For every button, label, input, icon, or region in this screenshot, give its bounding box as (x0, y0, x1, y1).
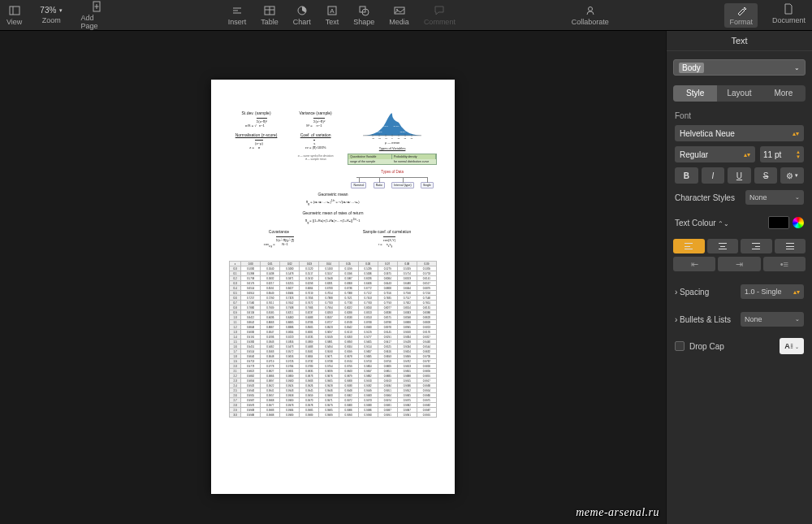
bullets-row[interactable]: › Bullets & Lists None⌄ (667, 312, 812, 327)
underline-button[interactable]: U (728, 167, 751, 184)
char-styles-dropdown[interactable]: None⌄ (745, 190, 804, 205)
dropcap-style-button[interactable]: A≡≡⌄ (780, 338, 804, 354)
toolbar: View 73%▾ Zoom Add Page Insert Table Cha… (0, 0, 812, 31)
svg-text:13.6%: 13.6% (377, 131, 383, 133)
covariance-heading: Covariance (229, 229, 329, 234)
font-family-dropdown[interactable]: Helvetica Neue▴▾ (675, 125, 804, 141)
tab-more[interactable]: More (762, 85, 806, 102)
chevron-down-icon: ⌄ (795, 194, 800, 201)
table-icon (264, 5, 275, 16)
svg-text:13.6%: 13.6% (400, 131, 407, 133)
chevron-down-icon: ⌄ (794, 64, 800, 71)
svg-text:-3σ: -3σ (371, 137, 374, 139)
comment-icon (434, 5, 445, 16)
dropcap-label: Drop Cap (689, 342, 724, 351)
bullets-dropdown[interactable]: None⌄ (741, 312, 804, 327)
zoom-control[interactable]: 73%▾ Zoom (40, 6, 63, 24)
font-weight-dropdown[interactable]: Regular▴▾ (675, 146, 755, 162)
comment-button[interactable]: Comment (424, 5, 456, 26)
font-size-field[interactable]: 11 pt ▲▼ (760, 146, 804, 162)
chart-icon (296, 5, 308, 16)
char-styles-label: Character Styles (675, 193, 735, 202)
chevron-stepper-icon: ▴▾ (744, 151, 750, 158)
brush-icon (736, 5, 747, 16)
text-align-row (673, 239, 806, 253)
watermark: meme-arsenal.ru (576, 506, 659, 519)
spacing-dropdown[interactable]: 1.0 - Single▴▾ (741, 284, 804, 299)
sidebar-icon (9, 5, 20, 16)
geomean-formula: x̄g = (x₁·x₂·…·xₙ)1/n = ⁿ√(x₁·x₂·…·xₙ) (229, 199, 437, 206)
svg-text:2σ: 2σ (404, 137, 406, 139)
types-data-title: Types of Data (348, 170, 437, 174)
align-center-button[interactable] (707, 239, 739, 253)
document-button[interactable]: Document (772, 3, 806, 28)
variance-formula: S² = Σ(xᵢ−x̄)²n−1 (288, 118, 343, 128)
add-page-button[interactable]: Add Page (80, 1, 112, 30)
chart-button[interactable]: Chart (293, 5, 311, 26)
svg-text:1σ: 1σ (397, 137, 400, 139)
color-wheel-button[interactable] (793, 217, 804, 228)
shape-button[interactable]: Shape (353, 5, 374, 26)
types-tree: Nominal Ratio Interval (type) Single (348, 182, 437, 188)
italic-button[interactable]: I (702, 167, 725, 184)
collaborate-icon (585, 5, 596, 16)
document-icon (783, 3, 794, 15)
media-icon (394, 5, 405, 16)
chevron-down-icon: ▾ (59, 7, 63, 14)
collaborate-button[interactable]: Collaborate (572, 5, 609, 26)
cov-formula: covx,y = Σ(xᵢ−x̄)(yᵢ−ȳ)N−1 (229, 236, 329, 248)
bold-button[interactable]: B (675, 167, 698, 184)
svg-point-18 (588, 6, 592, 11)
stdev-formula: σ/S = √Σ(x−x̄)²n−1 (229, 118, 283, 128)
gear-icon: ⚙︎ (786, 171, 793, 180)
z-table: z0.000.010.020.030.040.050.060.070.080.0… (229, 261, 437, 418)
document-page[interactable]: St.dev. (sample) σ/S = √Σ(x−x̄)²n−1 Norm… (211, 80, 455, 494)
align-right-button[interactable] (741, 239, 772, 253)
outdent-button[interactable]: ⇤ (673, 257, 715, 271)
advanced-text-button[interactable]: ⚙︎▾ (780, 167, 804, 184)
geomean-ror-formula: x̄g = [(1+R₁)×(1+R₂)×…×(1+Rₙ)]1/n−1 (229, 218, 437, 224)
geomean-ror-heading: Geometric mean of rates of return (229, 210, 437, 215)
mean-label: μ — mean (348, 141, 437, 145)
paragraph-style-dropdown[interactable]: Body ⌄ (673, 59, 806, 76)
text-color-swatch[interactable] (768, 216, 789, 229)
document-canvas[interactable]: St.dev. (sample) σ/S = √Σ(x−x̄)²n−1 Norm… (0, 31, 666, 524)
inspector-tabs: Style Layout More (673, 85, 806, 102)
shape-icon (358, 5, 369, 16)
strike-button[interactable]: S (754, 167, 778, 184)
svg-text:34.1%: 34.1% (382, 125, 389, 128)
svg-text:34.1%: 34.1% (394, 125, 400, 128)
align-left-button[interactable] (673, 239, 705, 253)
format-button[interactable]: Format (724, 3, 758, 28)
text-button[interactable]: A Text (326, 5, 339, 26)
font-label: Font (675, 111, 804, 120)
ltr-button[interactable]: •≡ (763, 257, 806, 271)
tab-style[interactable]: Style (673, 85, 717, 102)
types-variables-label: Types of Variables (348, 146, 437, 150)
dropcap-checkbox[interactable] (675, 341, 685, 351)
zoom-value: 73% (40, 6, 56, 15)
svg-text:0: 0 (391, 137, 393, 139)
font-size-stepper[interactable]: ▲▼ (796, 149, 801, 159)
legend-table: Quantitative VariableProbability density… (348, 154, 437, 165)
tab-layout[interactable]: Layout (717, 85, 761, 102)
insert-button[interactable]: Insert (228, 5, 247, 26)
zscore-formula: z = (x−μ)σ (229, 140, 283, 149)
chevron-down-icon: ⌄ (795, 344, 799, 349)
add-page-icon (91, 1, 102, 12)
inspector-title: Text (667, 31, 812, 51)
text-icon: A (326, 5, 338, 16)
spacing-row[interactable]: › Spacing 1.0 - Single▴▾ (667, 284, 812, 299)
media-button[interactable]: Media (389, 5, 409, 26)
svg-text:-2σ: -2σ (378, 137, 381, 139)
norm-heading: Normalisation (z-score) (229, 132, 283, 137)
svg-text:A: A (330, 7, 335, 15)
bell-curve: 34.1%34.1%13.6%13.6% -3σ-2σ-1σ01σ2σ3σ (360, 110, 425, 140)
table-button[interactable]: Table (261, 5, 279, 26)
indent-button[interactable]: ⇥ (718, 257, 760, 271)
align-justify-button[interactable] (775, 239, 806, 253)
format-inspector: Text Body ⌄ Style Layout More Font Helve… (666, 31, 812, 524)
geomean-heading: Geometric mean (229, 192, 437, 197)
cv-heading: Coef. of variation (288, 132, 343, 137)
view-button[interactable]: View (6, 5, 22, 26)
